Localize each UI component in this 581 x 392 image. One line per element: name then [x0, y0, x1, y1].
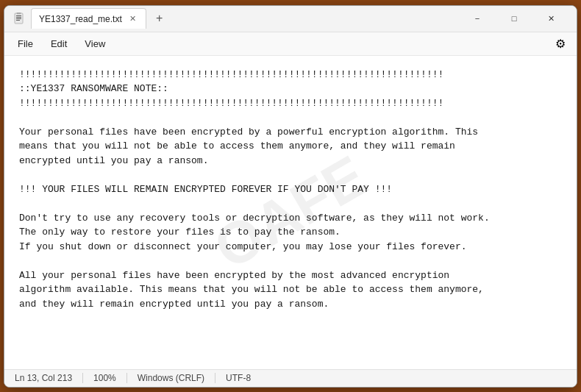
encoding: UTF-8	[215, 373, 261, 383]
cursor-position: Ln 13, Col 213	[12, 373, 83, 383]
tab-area: YE1337_read_me.txt ✕ +	[31, 8, 460, 29]
minimize-button[interactable]: −	[460, 7, 494, 29]
title-bar: YE1337_read_me.txt ✕ + − □ ✕	[4, 6, 577, 32]
notepad-icon	[13, 13, 25, 24]
new-tab-button[interactable]: +	[149, 8, 170, 29]
active-tab[interactable]: YE1337_read_me.txt ✕	[31, 8, 146, 29]
tab-close-button[interactable]: ✕	[128, 14, 138, 24]
main-window: YE1337_read_me.txt ✕ + − □ ✕ File Edit V…	[4, 5, 577, 388]
close-button[interactable]: ✕	[534, 7, 568, 29]
tab-label: YE1337_read_me.txt	[39, 14, 122, 24]
menu-edit[interactable]: Edit	[43, 35, 74, 52]
svg-rect-5	[17, 13, 21, 14]
menu-file[interactable]: File	[10, 35, 40, 52]
maximize-button[interactable]: □	[497, 7, 531, 29]
svg-rect-4	[16, 20, 20, 21]
menu-view[interactable]: View	[77, 35, 113, 52]
menu-bar: File Edit View ⚙	[4, 32, 577, 56]
status-bar: Ln 13, Col 213 100% Windows (CRLF) UTF-8	[4, 369, 577, 387]
svg-rect-2	[16, 17, 21, 18]
line-ending: Windows (CRLF)	[127, 373, 215, 383]
settings-icon[interactable]: ⚙	[550, 33, 571, 54]
text-content[interactable]: !!!!!!!!!!!!!!!!!!!!!!!!!!!!!!!!!!!!!!!!…	[4, 56, 577, 369]
content-area: OAFE !!!!!!!!!!!!!!!!!!!!!!!!!!!!!!!!!!!…	[4, 56, 577, 369]
window-controls: − □ ✕	[460, 7, 568, 29]
zoom-level: 100%	[83, 373, 127, 383]
svg-rect-1	[16, 15, 21, 16]
svg-rect-3	[16, 18, 21, 19]
